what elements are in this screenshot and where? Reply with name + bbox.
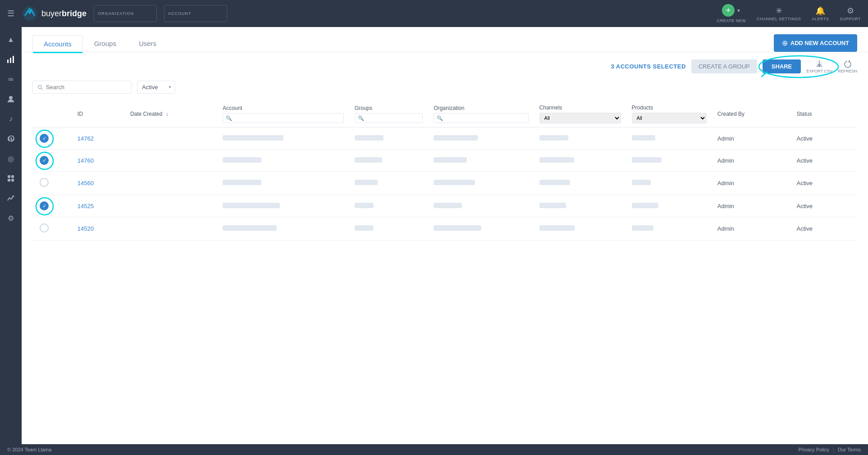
row-products xyxy=(626,172,712,195)
row-date xyxy=(125,172,217,195)
row-checkbox-cell xyxy=(32,172,72,195)
row-organization xyxy=(428,150,534,172)
row-created-by: Admin xyxy=(712,127,791,150)
create-new-action[interactable]: + ▼ CREATE NEW xyxy=(717,4,746,23)
row-id: 14560 xyxy=(72,172,125,195)
tab-users[interactable]: Users xyxy=(128,35,168,52)
row-organization xyxy=(428,195,534,217)
row-groups xyxy=(349,217,429,241)
row-groups xyxy=(349,127,429,150)
org-label: ORGANIZATION xyxy=(98,11,153,16)
row-status: Active xyxy=(791,172,857,195)
row-id: 14762 xyxy=(72,127,125,150)
hamburger-menu[interactable]: ☰ xyxy=(7,9,14,18)
account-id-link[interactable]: 14520 xyxy=(78,225,94,232)
row-checkbox[interactable] xyxy=(40,156,49,165)
row-organization xyxy=(428,127,534,150)
logo-text: buyerbridge xyxy=(41,9,87,18)
status-filter-wrapper: Active Inactive All xyxy=(137,81,175,94)
account-id-link[interactable]: 14762 xyxy=(78,135,94,142)
sidebar-item-leads[interactable] xyxy=(2,90,20,108)
row-date xyxy=(125,127,217,150)
search-input[interactable] xyxy=(46,84,127,91)
org-filter-input[interactable] xyxy=(434,113,528,123)
sidebar-item-integrations[interactable]: ∞ xyxy=(2,70,20,88)
table-row: 14520 Admin Active xyxy=(32,217,857,241)
row-checkbox[interactable] xyxy=(40,178,49,187)
sidebar-item-tiktok[interactable]: ♪ xyxy=(2,110,20,128)
main-content: Accounts Groups Users ⊕ ADD NEW ACCOUNT … xyxy=(22,27,868,455)
col-header-created-by: Created By xyxy=(712,101,791,127)
account-id-link[interactable]: 14760 xyxy=(78,157,94,164)
status-filter[interactable]: Active Inactive All xyxy=(137,81,175,94)
products-filter-select[interactable]: All xyxy=(632,113,707,123)
row-checkbox-cell xyxy=(32,127,72,150)
row-channels xyxy=(534,217,626,241)
row-id: 14525 xyxy=(72,195,125,217)
svg-rect-8 xyxy=(8,179,10,182)
row-channels xyxy=(534,172,626,195)
sidebar-item-campaigns[interactable]: ◎ xyxy=(2,150,20,168)
accounts-selected-label: 3 ACCOUNTS SELECTED xyxy=(611,63,685,70)
share-button[interactable]: SHARE xyxy=(763,59,801,73)
col-header-status: Status xyxy=(791,101,857,127)
nav-right-actions: + ▼ CREATE NEW ✳ CHANNEL SETTINGS 🔔 ALER… xyxy=(717,4,861,23)
sidebar-chevron-up[interactable]: ▲ xyxy=(2,31,20,49)
sort-icon: ↓ xyxy=(166,111,169,117)
col-header-id: ID xyxy=(72,101,125,127)
footer-links: Privacy Policy | Our Terms xyxy=(799,447,861,452)
table-row: 14525 Admin Active xyxy=(32,195,857,217)
account-filter-input[interactable] xyxy=(223,113,344,123)
row-organization xyxy=(428,217,534,241)
privacy-policy-link[interactable]: Privacy Policy xyxy=(799,447,829,452)
sidebar-item-reports[interactable] xyxy=(2,189,20,207)
row-products xyxy=(626,195,712,217)
row-date xyxy=(125,150,217,172)
tab-accounts[interactable]: Accounts xyxy=(32,35,83,52)
create-group-button[interactable]: CREATE A GROUP xyxy=(691,59,757,73)
action-bar: 3 ACCOUNTS SELECTED CREATE A GROUP SHARE xyxy=(32,59,857,73)
col-header-groups: Groups xyxy=(349,101,429,127)
filters-bar: Active Inactive All xyxy=(32,81,857,94)
refresh-button[interactable]: REFRESH xyxy=(838,60,857,73)
channels-filter-select[interactable]: All xyxy=(539,113,621,123)
col-header-checkbox xyxy=(32,101,72,127)
sidebar-item-inventory[interactable] xyxy=(2,169,20,187)
organization-selector[interactable]: ORGANIZATION xyxy=(94,5,157,22)
row-checkbox[interactable] xyxy=(40,201,49,210)
row-checkbox[interactable] xyxy=(40,223,49,232)
share-action-area: SHARE xyxy=(763,59,801,73)
alerts-action[interactable]: 🔔 ALERTS xyxy=(812,6,829,21)
svg-point-1 xyxy=(28,8,32,12)
row-groups xyxy=(349,195,429,217)
row-date xyxy=(125,217,217,241)
logo-area: buyerbridge xyxy=(22,5,87,22)
tab-groups[interactable]: Groups xyxy=(83,35,128,52)
row-created-by: Admin xyxy=(712,195,791,217)
support-label: SUPPORT xyxy=(840,17,861,21)
sidebar-item-pinterest[interactable] xyxy=(2,130,20,148)
row-channels xyxy=(534,150,626,172)
groups-filter-input[interactable] xyxy=(355,113,423,123)
row-products xyxy=(626,150,712,172)
account-id-link[interactable]: 14525 xyxy=(78,203,94,209)
row-checkbox[interactable] xyxy=(40,134,49,143)
export-csv-button[interactable]: EXPORT CSV xyxy=(806,60,832,73)
sidebar-item-settings[interactable]: ⚙ xyxy=(2,209,20,227)
row-products xyxy=(626,217,712,241)
our-terms-link[interactable]: Our Terms xyxy=(838,447,861,452)
row-groups xyxy=(349,150,429,172)
support-action[interactable]: ⚙ SUPPORT xyxy=(840,6,861,21)
tabs-bar: Accounts Groups Users ⊕ ADD NEW ACCOUNT xyxy=(22,27,868,52)
search-field[interactable] xyxy=(32,81,132,94)
sidebar-item-analytics[interactable] xyxy=(2,50,20,68)
channel-settings-action[interactable]: ✳ CHANNEL SETTINGS xyxy=(757,6,801,21)
row-date xyxy=(125,195,217,217)
account-id-link[interactable]: 14560 xyxy=(78,180,94,187)
account-selector[interactable]: ACCOUNT xyxy=(164,5,227,22)
svg-rect-3 xyxy=(10,58,11,63)
col-header-date-created[interactable]: Date Created ↓ xyxy=(125,101,217,127)
row-channels xyxy=(534,127,626,150)
row-created-by: Admin xyxy=(712,172,791,195)
add-new-account-button[interactable]: ⊕ ADD NEW ACCOUNT xyxy=(774,34,857,52)
